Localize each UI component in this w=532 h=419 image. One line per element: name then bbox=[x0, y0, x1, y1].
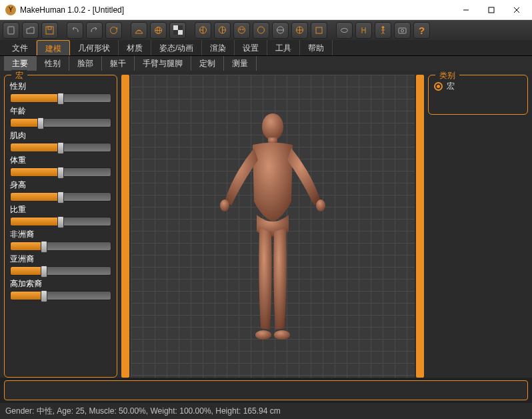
slider-label: 比重 bbox=[10, 205, 26, 214]
pose-icon[interactable] bbox=[355, 22, 372, 39]
svg-rect-8 bbox=[173, 25, 178, 30]
slider-label: 非洲裔 bbox=[10, 230, 34, 239]
svg-rect-21 bbox=[399, 28, 406, 33]
globe-icon[interactable] bbox=[150, 22, 167, 39]
svg-rect-3 bbox=[48, 27, 51, 29]
app-icon: Y bbox=[5, 5, 16, 15]
view-ortho-icon[interactable] bbox=[311, 22, 327, 39]
slider-thumb[interactable] bbox=[37, 117, 44, 129]
slider-thumb[interactable] bbox=[57, 93, 64, 105]
slider-fill bbox=[11, 292, 44, 300]
slider-track[interactable] bbox=[10, 167, 111, 177]
sub-tab[interactable]: 性别 bbox=[37, 56, 69, 71]
slider-row: 肌肉 bbox=[10, 130, 111, 152]
svg-point-25 bbox=[220, 199, 229, 212]
svg-point-23 bbox=[262, 113, 283, 140]
reload-icon[interactable] bbox=[105, 22, 122, 39]
slider-fill bbox=[11, 143, 61, 151]
slider-track[interactable] bbox=[10, 291, 111, 300]
slider-fill bbox=[11, 267, 44, 275]
svg-point-19 bbox=[341, 28, 348, 32]
slider-row: 高加索裔 bbox=[10, 278, 111, 300]
close-button[interactable] bbox=[501, 0, 532, 20]
slider-row: 亚洲裔 bbox=[10, 254, 111, 276]
slider-track[interactable] bbox=[10, 143, 111, 152]
new-icon[interactable] bbox=[3, 22, 19, 39]
svg-point-13 bbox=[240, 29, 241, 30]
main-tab[interactable]: 工具 bbox=[267, 40, 300, 55]
view-persp-icon[interactable] bbox=[291, 22, 308, 39]
slider-fill bbox=[11, 218, 61, 226]
slider-thumb[interactable] bbox=[57, 216, 64, 228]
category-radio-macro[interactable]: 宏 bbox=[434, 81, 522, 92]
main-tab[interactable]: 姿态/动画 bbox=[151, 40, 202, 55]
slider-track[interactable] bbox=[10, 217, 111, 226]
sub-tab[interactable]: 测量 bbox=[224, 56, 257, 71]
slider-track[interactable] bbox=[10, 118, 111, 127]
figure-icon[interactable] bbox=[375, 22, 391, 39]
slider-thumb[interactable] bbox=[41, 266, 47, 278]
main-toolbar: ? bbox=[0, 20, 532, 40]
slider-thumb[interactable] bbox=[57, 167, 64, 179]
camera-icon[interactable] bbox=[394, 22, 411, 39]
macro-panel: 宏 性别年龄肌肉体重身高比重非洲裔亚洲裔高加索裔 bbox=[4, 75, 117, 378]
sub-tab[interactable]: 定制 bbox=[191, 56, 224, 71]
main-tab[interactable]: 文件 bbox=[4, 40, 37, 55]
svg-point-22 bbox=[401, 29, 404, 32]
sub-tab[interactable]: 主要 bbox=[4, 56, 37, 71]
viewport-3d[interactable] bbox=[131, 75, 415, 378]
slider-track[interactable] bbox=[10, 266, 111, 276]
slider-row: 身高 bbox=[10, 179, 111, 201]
slider-track[interactable] bbox=[10, 192, 111, 201]
svg-rect-2 bbox=[46, 27, 53, 34]
main-tab[interactable]: 渲染 bbox=[202, 40, 235, 55]
slider-track[interactable] bbox=[10, 93, 111, 103]
viewport-scrollbar-left[interactable] bbox=[121, 75, 129, 378]
viewport-scrollbar-right[interactable] bbox=[416, 75, 424, 378]
wireframe-icon[interactable] bbox=[131, 22, 147, 39]
redo-icon[interactable] bbox=[86, 22, 103, 39]
undo-icon[interactable] bbox=[67, 22, 83, 39]
select-icon[interactable] bbox=[336, 22, 353, 39]
sub-tab[interactable]: 手臂与腿脚 bbox=[135, 56, 191, 71]
main-tab[interactable]: 材质 bbox=[119, 40, 151, 55]
main-tab[interactable]: 帮助 bbox=[300, 40, 333, 55]
svg-rect-1 bbox=[8, 27, 14, 34]
svg-point-20 bbox=[382, 26, 384, 28]
slider-thumb[interactable] bbox=[57, 142, 64, 154]
view-top-icon[interactable] bbox=[272, 22, 289, 39]
view-back-icon[interactable] bbox=[253, 22, 269, 39]
view-right-icon[interactable] bbox=[214, 22, 231, 39]
view-left-icon[interactable] bbox=[195, 22, 211, 39]
slider-label: 身高 bbox=[10, 180, 26, 189]
slider-row: 比重 bbox=[10, 204, 111, 226]
sub-tab[interactable]: 躯干 bbox=[102, 56, 135, 71]
category-panel: 类别 宏 bbox=[428, 75, 528, 115]
slider-label: 高加索裔 bbox=[10, 279, 42, 288]
svg-point-14 bbox=[243, 29, 244, 30]
slider-thumb[interactable] bbox=[57, 191, 64, 203]
slider-thumb[interactable] bbox=[41, 290, 47, 302]
command-input[interactable] bbox=[4, 380, 528, 400]
slider-thumb[interactable] bbox=[41, 241, 47, 253]
sub-tab[interactable]: 脸部 bbox=[69, 56, 102, 71]
svg-rect-9 bbox=[178, 30, 183, 35]
svg-rect-0 bbox=[489, 7, 494, 13]
slider-fill bbox=[11, 242, 44, 250]
main-tab[interactable]: 建模 bbox=[37, 40, 70, 55]
main-tab[interactable]: 设置 bbox=[235, 40, 267, 55]
main-area: 宏 性别年龄肌肉体重身高比重非洲裔亚洲裔高加索裔 bbox=[0, 71, 532, 378]
slider-row: 性别 bbox=[10, 81, 111, 103]
save-icon[interactable] bbox=[41, 22, 58, 39]
checker-icon[interactable] bbox=[169, 22, 186, 39]
open-icon[interactable] bbox=[22, 22, 39, 39]
main-tab[interactable]: 几何形状 bbox=[70, 40, 119, 55]
view-front-icon[interactable] bbox=[233, 22, 250, 39]
svg-point-15 bbox=[258, 27, 265, 33]
help-icon[interactable]: ? bbox=[413, 22, 430, 39]
slider-track[interactable] bbox=[10, 242, 111, 251]
slider-label: 亚洲裔 bbox=[10, 254, 34, 264]
slider-fill bbox=[11, 168, 61, 176]
slider-row: 年龄 bbox=[10, 105, 111, 127]
sub-tabs: 主要性别脸部躯干手臂与腿脚定制测量 bbox=[0, 56, 532, 71]
